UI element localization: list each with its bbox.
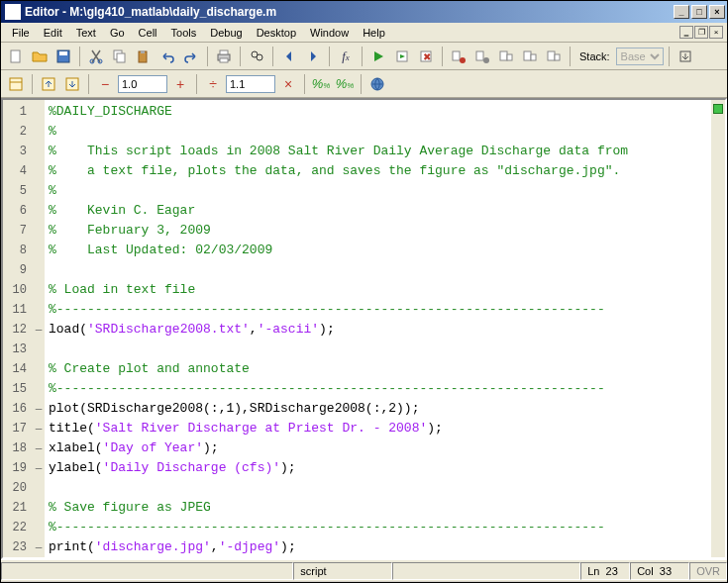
step-in-icon[interactable] <box>519 46 541 67</box>
status-type: script <box>293 562 392 580</box>
code-line[interactable] <box>49 260 707 280</box>
doc-min-button[interactable]: ‗ <box>679 26 693 39</box>
menu-window[interactable]: Window <box>303 25 356 41</box>
cut-icon[interactable] <box>85 46 107 67</box>
find-icon[interactable] <box>246 46 267 67</box>
code-line[interactable]: % Last Updated: 02/03/2009 <box>49 241 707 260</box>
fold-marker <box>33 359 45 379</box>
redo-icon[interactable] <box>180 46 202 67</box>
code-line[interactable] <box>49 340 707 359</box>
stack-select[interactable]: Base <box>616 48 664 65</box>
eval-cell-icon[interactable]: %% <box>310 73 332 95</box>
breakpoint-set-icon[interactable] <box>448 46 469 67</box>
code-line[interactable]: %---------------------------------------… <box>49 379 707 399</box>
fx-icon[interactable]: fx <box>335 46 357 67</box>
fold-marker: – <box>33 320 45 340</box>
fold-marker <box>33 221 45 241</box>
cell-mode-icon[interactable] <box>5 73 27 95</box>
menu-tools[interactable]: Tools <box>164 25 204 41</box>
menu-edit[interactable]: Edit <box>37 25 69 41</box>
code-line[interactable]: % February 3, 2009 <box>49 221 707 241</box>
doc-restore-button[interactable]: ❐ <box>694 26 708 39</box>
breakpoint-clear-icon[interactable] <box>471 46 493 67</box>
code-line[interactable]: % Load in text file <box>49 280 707 300</box>
svg-rect-19 <box>476 51 483 60</box>
code-line[interactable]: % This script loads in 2008 Salt River D… <box>49 142 707 161</box>
save-icon[interactable] <box>52 46 74 67</box>
line-number: 7 <box>3 221 27 241</box>
menu-text[interactable]: Text <box>69 25 103 41</box>
code-line[interactable]: % Create plot and annotate <box>49 359 707 379</box>
increment-input-a[interactable] <box>118 75 167 93</box>
print-icon[interactable] <box>213 46 235 67</box>
plus-icon[interactable]: + <box>169 73 191 95</box>
code-line[interactable]: print('discharge.jpg','-djpeg'); <box>49 537 707 557</box>
fold-marker <box>33 498 45 518</box>
fold-marker: – <box>33 537 45 557</box>
step-icon[interactable] <box>495 46 517 67</box>
fold-marker: – <box>33 438 45 458</box>
undo-icon[interactable] <box>156 46 178 67</box>
mlint-status-icon[interactable] <box>713 104 723 114</box>
code-line[interactable]: title('Salt River Discharge at Priest Dr… <box>49 419 707 438</box>
fwd-icon[interactable] <box>302 46 324 67</box>
run-icon[interactable] <box>367 46 389 67</box>
stop-debug-icon[interactable]: ✖ <box>415 46 437 67</box>
increment-input-b[interactable] <box>226 75 275 93</box>
code-line[interactable]: %DAILY_DISCHARGE <box>49 102 707 122</box>
publish-icon[interactable] <box>366 73 388 95</box>
line-number: 9 <box>3 260 27 280</box>
divide-icon[interactable]: ÷ <box>202 73 224 95</box>
fold-marker <box>33 201 45 221</box>
step-out-icon[interactable] <box>543 46 565 67</box>
line-number: 8 <box>3 241 27 260</box>
copy-icon[interactable] <box>109 46 131 67</box>
code-line[interactable]: load('SRDischarge2008.txt','-ascii'); <box>49 320 707 340</box>
svg-point-20 <box>483 57 489 63</box>
cell-next-icon[interactable] <box>61 73 83 95</box>
minus-icon[interactable]: − <box>94 73 116 95</box>
menu-cell[interactable]: Cell <box>132 25 164 41</box>
menu-help[interactable]: Help <box>356 25 392 41</box>
menu-debug[interactable]: Debug <box>203 25 249 41</box>
code-line[interactable]: ylabel('Daily Discharge (cfs)'); <box>49 458 707 478</box>
svg-rect-11 <box>220 58 228 62</box>
code-line[interactable]: % <box>49 181 707 201</box>
menu-go[interactable]: Go <box>103 25 132 41</box>
code-line[interactable]: % <box>49 122 707 142</box>
fold-marker <box>33 122 45 142</box>
code-line[interactable]: %---------------------------------------… <box>49 300 707 320</box>
mlint-strip <box>711 100 725 557</box>
eval-cell-adv-icon[interactable]: %% <box>334 73 356 95</box>
code-line[interactable]: plot(SRDischarge2008(:,1),SRDischarge200… <box>49 399 707 419</box>
doc-close-button[interactable]: × <box>709 26 723 39</box>
code-line[interactable]: % Save figure as JPEG <box>49 498 707 518</box>
run-advance-icon[interactable] <box>391 46 413 67</box>
minimize-button[interactable]: _ <box>674 5 689 19</box>
code-line[interactable]: xlabel('Day of Year'); <box>49 438 707 458</box>
new-file-icon[interactable] <box>5 46 27 67</box>
code-line[interactable]: %---------------------------------------… <box>49 518 707 537</box>
dock-icon[interactable] <box>675 46 696 67</box>
code-editor[interactable]: %DAILY_DISCHARGE%% This script loads in … <box>45 100 711 557</box>
status-line: Ln 23 <box>580 562 630 580</box>
svg-rect-26 <box>555 54 560 60</box>
svg-rect-24 <box>531 54 536 60</box>
mult-icon[interactable]: × <box>277 73 299 95</box>
open-folder-icon[interactable] <box>29 46 51 67</box>
cell-prev-icon[interactable] <box>38 73 59 95</box>
close-button[interactable]: × <box>709 5 725 19</box>
svg-point-18 <box>460 57 466 63</box>
fold-marker <box>33 300 45 320</box>
paste-icon[interactable] <box>133 46 155 67</box>
menu-desktop[interactable]: Desktop <box>250 25 303 41</box>
code-line[interactable]: % a text file, plots the data, and saves… <box>49 161 707 181</box>
menu-file[interactable]: File <box>5 25 37 41</box>
code-line[interactable] <box>49 478 707 498</box>
line-number: 4 <box>3 161 27 181</box>
fold-marker: – <box>33 399 45 419</box>
code-line[interactable]: % Kevin C. Eagar <box>49 201 707 221</box>
fold-marker <box>33 142 45 161</box>
maximize-button[interactable]: □ <box>691 5 707 19</box>
back-icon[interactable] <box>278 46 300 67</box>
